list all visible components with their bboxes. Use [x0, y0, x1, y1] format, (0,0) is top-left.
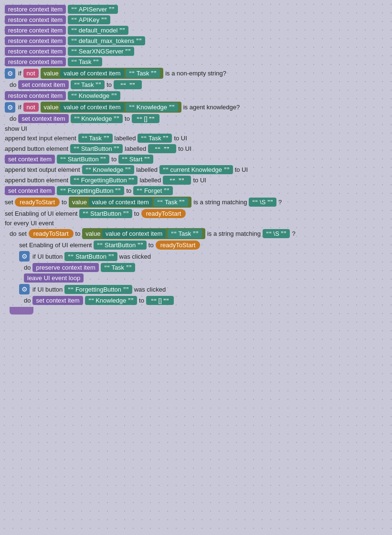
to-enabling-2: to [148, 241, 154, 249]
to-ui-knowledge: to UI [235, 166, 248, 173]
rts-question: ? [278, 199, 282, 206]
gear-icon-start-clicked: ⚙ [19, 251, 30, 262]
set-ready-to-start: set readyToStart to value value of conte… [5, 197, 387, 208]
to-forget: to [126, 187, 131, 194]
task-test: is a non-empty string? [165, 70, 226, 77]
for-every-label: for every UI event [5, 220, 54, 227]
knowledge-item: ❝❝ Knowledge ❞❞ [126, 103, 178, 112]
set-rts-label: set [5, 199, 13, 206]
ready-to-start-var-1: readyToStart [141, 209, 186, 218]
set-forget-label: set context item [5, 186, 55, 195]
restore-apiserver: restore context item ❝❝ APIServer ❞❞ [5, 5, 387, 14]
not-label-knowledge: not [23, 103, 39, 112]
labelled-forget: labelled [139, 177, 161, 184]
rts-test: is a string matching [193, 199, 247, 206]
ready-to-start-var: readyToStart [15, 198, 60, 207]
start-button-clicked: ❝❝ StartButton ❞❞ [64, 252, 117, 261]
knowledge-restore-value: ❝❝ Knowledge ❞❞ [68, 91, 120, 100]
set-enabling-label-1: set Enabling of UI element [5, 210, 77, 217]
restore-searxng: restore context item ❝❝ SearXNGServer ❞❞ [5, 47, 387, 56]
empty-task-value: ❝❝ ❞❞ [114, 80, 142, 89]
apiserver-value: ❝❝ APIServer ❞❞ [68, 5, 118, 14]
value-wrapper-rts: value value of context item ❝❝ Task ❞❞ [69, 197, 192, 208]
ui-button-forget-text: UI button [38, 286, 63, 293]
value-wrapper-knowledge: value value of context item ❝❝ Knowledge… [41, 102, 181, 113]
gear-icon-task: ⚙ [5, 68, 15, 79]
for-question: ? [292, 230, 295, 237]
do-preserve-label: do [24, 264, 31, 271]
show-ui-block: show UI [5, 125, 387, 132]
current-knowledge-label: ❝❝ current Knowledge ❞❞ [159, 165, 233, 174]
append-text-output-label: append text output element [5, 166, 80, 173]
forget-button-label-value: ❝❝ ❞❞ [163, 176, 191, 185]
set-start-button-value: set context item ❝❝ StartButton ❞❞ to ❝❝… [5, 155, 387, 164]
start-button-enabling: ❝❝ StartButton ❞❞ [79, 209, 132, 218]
preserve-task-item: ❝❝ Task ❞❞ [101, 263, 135, 272]
to-ui-forget: to UI [193, 177, 206, 184]
forgetting-button-element: ❝❝ ForgettingButton ❞❞ [70, 176, 138, 185]
append-knowledge-output: append text output element ❝❝ Knowledge … [5, 165, 387, 174]
model-value: ❝❝ default_model ❞❞ [68, 26, 128, 35]
restore-knowledge: restore context item ❝❝ Knowledge ❞❞ [5, 91, 387, 100]
tokens-value: ❝❝ default_max_tokens ❞❞ [68, 36, 145, 45]
value-of-context-rts: value of context item [89, 198, 152, 207]
start-button-enabling-2: ❝❝ StartButton ❞❞ [94, 241, 146, 250]
to-ui-task: to UI [174, 135, 187, 142]
knowledge-item-set: ❝❝ Knowledge ❞❞ [71, 114, 123, 123]
task-value: ❝❝ Task ❞❞ [68, 57, 102, 66]
append-button-start-label: append button element [5, 145, 68, 152]
restore-label-searxng: restore context item [5, 47, 66, 56]
set-task-label: set context item [18, 80, 68, 89]
value-of-context-task: value of context item [60, 69, 124, 78]
restore-default-max-tokens: restore context item ❝❝ default_max_toke… [5, 36, 387, 45]
searxng-value: ❝❝ SearXNGServer ❞❞ [68, 47, 134, 56]
set-for-label: set [18, 230, 26, 237]
start-button-label-value: ❝❝ ❞❞ [148, 144, 176, 153]
task-item-rts: ❝❝ Task ❞❞ [154, 198, 188, 207]
task-item: ❝❝ Task ❞❞ [126, 69, 160, 78]
task-input-label-value: ❝❝ Task ❞❞ [138, 134, 172, 143]
leave-loop-label: leave UI event loop [24, 273, 84, 283]
if-forget-label: if [32, 286, 36, 293]
set-start-button-label: set context item [5, 155, 55, 164]
do-forget-label: do [24, 297, 31, 304]
task-item-set: ❝❝ Task ❞❞ [71, 80, 105, 89]
set-knowledge-forget-label: set context item [32, 296, 83, 305]
append-button-forget-label: append button element [5, 177, 68, 184]
empty-array-knowledge: ❝❝ [] ❞❞ [132, 114, 159, 123]
for-test: is a string matching [207, 230, 261, 237]
append-forgetting-button: append button element ❝❝ ForgettingButto… [5, 176, 387, 185]
not-label: not [23, 69, 39, 78]
preserve-task-label: preserve context item [32, 263, 98, 272]
if-task-block: ⚙ if not value value of context item ❝❝ … [5, 68, 387, 89]
start-button-item: ❝❝ StartButton ❞❞ [57, 155, 109, 164]
if-knowledge-block: ⚙ if not value value of context item ❝❝ … [5, 102, 387, 123]
do-label-task: do [10, 81, 16, 88]
ready-to-start-var-2: readyToStart [29, 229, 74, 238]
to-for: to [75, 230, 81, 237]
restore-task: restore context item ❝❝ Task ❞❞ [5, 57, 387, 66]
do-label-knowledge: do [10, 115, 16, 122]
for-every-block: for every UI event do set readyToStart t… [5, 220, 387, 315]
restore-label-model: restore context item [5, 26, 66, 35]
restore-default-model: restore context item ❝❝ default_model ❞❞ [5, 26, 387, 35]
restore-label-task: restore context item [5, 57, 66, 66]
task-item-for: ❝❝ Task ❞❞ [168, 229, 202, 238]
apikey-value: ❝❝ APIKey ❞❞ [68, 15, 110, 24]
restore-label-tokens: restore context item [5, 36, 66, 45]
restore-label-apikey: restore context item [5, 15, 66, 24]
for-pattern: ❝❝ \S ❞❞ [263, 229, 290, 238]
forgetting-button-item: ❝❝ ForgettingButton ❞❞ [57, 186, 124, 195]
knowledge-test: is agent knowledge? [183, 104, 240, 111]
to-enabling-1: to [134, 210, 139, 217]
value-wrapper-for: value value of context item ❝❝ Task ❞❞ [82, 228, 205, 239]
if-label: if [18, 70, 21, 77]
was-clicked-start: was clicked [119, 253, 151, 260]
to-start: to [111, 156, 117, 163]
forgetting-button-clicked: ❝❝ ForgettingButton ❞❞ [64, 285, 132, 294]
restore-apikey: restore context item ❝❝ APIKey ❞❞ [5, 15, 387, 24]
was-clicked-forget: was clicked [134, 286, 166, 293]
if-label-knowledge: if [18, 104, 21, 111]
ui-button-start-text: UI button [38, 253, 63, 260]
restore-label-apiserver: restore context item [5, 5, 66, 14]
